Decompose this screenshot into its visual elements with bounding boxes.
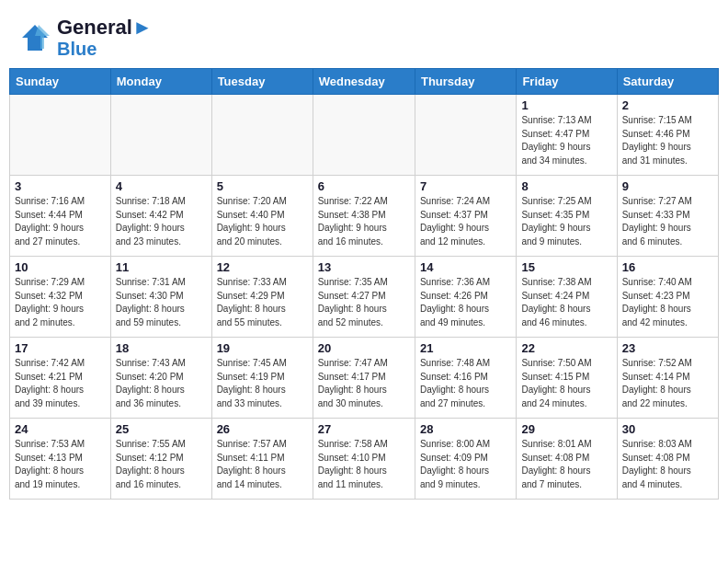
day-info: Sunrise: 7:33 AM Sunset: 4:29 PM Dayligh… <box>217 276 308 329</box>
day-number: 7 <box>420 179 511 193</box>
calendar-cell <box>211 95 313 176</box>
day-number: 11 <box>116 260 207 274</box>
day-number: 26 <box>217 422 308 436</box>
day-info: Sunrise: 7:48 AM Sunset: 4:16 PM Dayligh… <box>420 357 511 410</box>
weekday-header-thursday: Thursday <box>415 69 516 95</box>
logo: General► Blue <box>18 17 153 59</box>
day-number: 25 <box>116 422 207 436</box>
calendar-cell: 12Sunrise: 7:33 AM Sunset: 4:29 PM Dayli… <box>211 257 313 338</box>
calendar-cell: 15Sunrise: 7:38 AM Sunset: 4:24 PM Dayli… <box>517 257 617 338</box>
weekday-header-friday: Friday <box>517 69 617 95</box>
day-number: 6 <box>318 179 410 193</box>
weekday-header-wednesday: Wednesday <box>313 69 415 95</box>
day-number: 12 <box>217 260 308 274</box>
calendar-cell: 7Sunrise: 7:24 AM Sunset: 4:37 PM Daylig… <box>415 176 516 257</box>
day-info: Sunrise: 7:42 AM Sunset: 4:21 PM Dayligh… <box>15 357 106 410</box>
calendar-cell <box>10 95 111 176</box>
day-info: Sunrise: 7:58 AM Sunset: 4:10 PM Dayligh… <box>318 438 410 491</box>
weekday-header-tuesday: Tuesday <box>211 69 313 95</box>
calendar-cell: 5Sunrise: 7:20 AM Sunset: 4:40 PM Daylig… <box>211 176 313 257</box>
calendar-week-row: 17Sunrise: 7:42 AM Sunset: 4:21 PM Dayli… <box>10 338 719 419</box>
page-header: General► Blue <box>0 0 728 68</box>
day-number: 8 <box>521 179 611 193</box>
day-info: Sunrise: 7:43 AM Sunset: 4:20 PM Dayligh… <box>116 357 207 410</box>
day-info: Sunrise: 7:22 AM Sunset: 4:38 PM Dayligh… <box>318 195 410 248</box>
day-info: Sunrise: 7:38 AM Sunset: 4:24 PM Dayligh… <box>521 276 611 329</box>
day-info: Sunrise: 7:16 AM Sunset: 4:44 PM Dayligh… <box>15 195 106 248</box>
day-number: 14 <box>420 260 511 274</box>
calendar-cell: 11Sunrise: 7:31 AM Sunset: 4:30 PM Dayli… <box>110 257 211 338</box>
calendar-cell: 2Sunrise: 7:15 AM Sunset: 4:46 PM Daylig… <box>617 95 718 176</box>
day-info: Sunrise: 8:00 AM Sunset: 4:09 PM Dayligh… <box>420 438 511 491</box>
calendar-cell: 19Sunrise: 7:45 AM Sunset: 4:19 PM Dayli… <box>211 338 313 419</box>
calendar-week-row: 10Sunrise: 7:29 AM Sunset: 4:32 PM Dayli… <box>10 257 719 338</box>
day-info: Sunrise: 8:01 AM Sunset: 4:08 PM Dayligh… <box>521 438 611 491</box>
day-number: 20 <box>318 341 410 355</box>
day-info: Sunrise: 7:36 AM Sunset: 4:26 PM Dayligh… <box>420 276 511 329</box>
calendar-cell: 23Sunrise: 7:52 AM Sunset: 4:14 PM Dayli… <box>617 338 718 419</box>
day-info: Sunrise: 7:27 AM Sunset: 4:33 PM Dayligh… <box>622 195 713 248</box>
calendar-cell: 4Sunrise: 7:18 AM Sunset: 4:42 PM Daylig… <box>110 176 211 257</box>
calendar-cell: 20Sunrise: 7:47 AM Sunset: 4:17 PM Dayli… <box>313 338 415 419</box>
day-info: Sunrise: 7:52 AM Sunset: 4:14 PM Dayligh… <box>622 357 713 410</box>
calendar-cell <box>110 95 211 176</box>
calendar-week-row: 24Sunrise: 7:53 AM Sunset: 4:13 PM Dayli… <box>10 419 719 500</box>
calendar-cell: 13Sunrise: 7:35 AM Sunset: 4:27 PM Dayli… <box>313 257 415 338</box>
calendar-header: SundayMondayTuesdayWednesdayThursdayFrid… <box>10 69 719 95</box>
calendar-week-row: 1Sunrise: 7:13 AM Sunset: 4:47 PM Daylig… <box>10 95 719 176</box>
calendar-cell: 29Sunrise: 8:01 AM Sunset: 4:08 PM Dayli… <box>517 419 617 500</box>
day-info: Sunrise: 7:31 AM Sunset: 4:30 PM Dayligh… <box>116 276 207 329</box>
calendar-cell: 17Sunrise: 7:42 AM Sunset: 4:21 PM Dayli… <box>10 338 111 419</box>
day-number: 13 <box>318 260 410 274</box>
day-number: 24 <box>15 422 106 436</box>
day-number: 15 <box>521 260 611 274</box>
calendar-table: SundayMondayTuesdayWednesdayThursdayFrid… <box>9 68 719 500</box>
day-info: Sunrise: 7:53 AM Sunset: 4:13 PM Dayligh… <box>15 438 106 491</box>
calendar-cell: 6Sunrise: 7:22 AM Sunset: 4:38 PM Daylig… <box>313 176 415 257</box>
weekday-header-monday: Monday <box>110 69 211 95</box>
calendar-cell: 3Sunrise: 7:16 AM Sunset: 4:44 PM Daylig… <box>10 176 111 257</box>
day-number: 3 <box>15 179 106 193</box>
day-number: 17 <box>15 341 106 355</box>
day-number: 5 <box>217 179 308 193</box>
calendar-week-row: 3Sunrise: 7:16 AM Sunset: 4:44 PM Daylig… <box>10 176 719 257</box>
day-number: 16 <box>622 260 713 274</box>
calendar-cell: 18Sunrise: 7:43 AM Sunset: 4:20 PM Dayli… <box>110 338 211 419</box>
calendar-cell: 10Sunrise: 7:29 AM Sunset: 4:32 PM Dayli… <box>10 257 111 338</box>
calendar-cell: 21Sunrise: 7:48 AM Sunset: 4:16 PM Dayli… <box>415 338 516 419</box>
day-info: Sunrise: 7:18 AM Sunset: 4:42 PM Dayligh… <box>116 195 207 248</box>
calendar-cell: 25Sunrise: 7:55 AM Sunset: 4:12 PM Dayli… <box>110 419 211 500</box>
day-number: 9 <box>622 179 713 193</box>
day-number: 22 <box>521 341 611 355</box>
calendar-cell <box>415 95 516 176</box>
day-info: Sunrise: 7:47 AM Sunset: 4:17 PM Dayligh… <box>318 357 410 410</box>
day-info: Sunrise: 7:40 AM Sunset: 4:23 PM Dayligh… <box>622 276 713 329</box>
logo-text: General► Blue <box>57 17 153 59</box>
day-number: 28 <box>420 422 511 436</box>
day-info: Sunrise: 7:45 AM Sunset: 4:19 PM Dayligh… <box>217 357 308 410</box>
day-info: Sunrise: 7:13 AM Sunset: 4:47 PM Dayligh… <box>521 114 611 167</box>
day-number: 29 <box>521 422 611 436</box>
calendar-cell: 22Sunrise: 7:50 AM Sunset: 4:15 PM Dayli… <box>517 338 617 419</box>
day-info: Sunrise: 7:20 AM Sunset: 4:40 PM Dayligh… <box>217 195 308 248</box>
page-container: General► Blue SundayMondayTuesdayWednesd… <box>0 0 728 509</box>
day-number: 4 <box>116 179 207 193</box>
calendar-cell <box>313 95 415 176</box>
day-number: 19 <box>217 341 308 355</box>
logo-icon <box>18 21 51 54</box>
day-number: 10 <box>15 260 106 274</box>
day-info: Sunrise: 7:55 AM Sunset: 4:12 PM Dayligh… <box>116 438 207 491</box>
calendar-cell: 14Sunrise: 7:36 AM Sunset: 4:26 PM Dayli… <box>415 257 516 338</box>
weekday-header-sunday: Sunday <box>10 69 111 95</box>
day-number: 18 <box>116 341 207 355</box>
calendar-cell: 24Sunrise: 7:53 AM Sunset: 4:13 PM Dayli… <box>10 419 111 500</box>
day-info: Sunrise: 7:35 AM Sunset: 4:27 PM Dayligh… <box>318 276 410 329</box>
day-info: Sunrise: 8:03 AM Sunset: 4:08 PM Dayligh… <box>622 438 713 491</box>
day-info: Sunrise: 7:25 AM Sunset: 4:35 PM Dayligh… <box>521 195 611 248</box>
calendar-cell: 26Sunrise: 7:57 AM Sunset: 4:11 PM Dayli… <box>211 419 313 500</box>
day-info: Sunrise: 7:15 AM Sunset: 4:46 PM Dayligh… <box>622 114 713 167</box>
day-number: 23 <box>622 341 713 355</box>
day-info: Sunrise: 7:24 AM Sunset: 4:37 PM Dayligh… <box>420 195 511 248</box>
calendar-cell: 8Sunrise: 7:25 AM Sunset: 4:35 PM Daylig… <box>517 176 617 257</box>
weekday-header-saturday: Saturday <box>617 69 718 95</box>
